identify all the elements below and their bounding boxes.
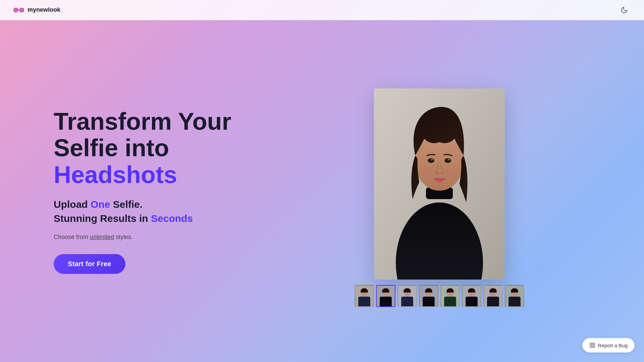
svg-rect-22 xyxy=(401,297,413,306)
report-bug-button[interactable]: Report a Bug xyxy=(582,338,635,353)
svg-rect-34 xyxy=(487,297,499,306)
hero-right xyxy=(262,68,644,314)
svg-rect-19 xyxy=(380,297,392,306)
hero-section: Transform Your Selfie into Headshots Upl… xyxy=(0,0,644,362)
thumbnail-8[interactable] xyxy=(505,285,524,307)
thumbnail-strip xyxy=(355,285,524,307)
svg-rect-31 xyxy=(466,297,478,306)
hero-title: Transform Your Selfie into Headshots xyxy=(54,108,235,188)
thumbnail-6[interactable] xyxy=(462,285,481,307)
svg-point-12 xyxy=(419,166,433,175)
svg-rect-38 xyxy=(590,343,592,345)
hero-left: Transform Your Selfie into Headshots Upl… xyxy=(0,81,262,301)
cta-start-button[interactable]: Start for Free xyxy=(54,254,125,274)
report-bug-label: Report a Bug xyxy=(598,343,628,348)
logo-area: mynewlook xyxy=(13,6,60,13)
hero-description: Choose from unlimited styles. xyxy=(54,234,235,241)
dark-mode-button[interactable] xyxy=(618,4,631,16)
svg-rect-16 xyxy=(358,297,370,306)
svg-rect-28 xyxy=(444,297,456,306)
logo-icon xyxy=(13,7,24,13)
thumbnail-1[interactable] xyxy=(355,285,374,307)
svg-point-9 xyxy=(444,158,451,163)
svg-point-0 xyxy=(14,9,17,11)
hero-subtitle: Upload One Selfie. Stunning Results in S… xyxy=(54,197,235,226)
svg-rect-39 xyxy=(593,343,594,345)
svg-rect-37 xyxy=(508,297,521,306)
moon-icon xyxy=(621,6,628,14)
main-photo-placeholder xyxy=(374,88,505,280)
main-photo xyxy=(374,88,505,280)
svg-rect-25 xyxy=(423,297,435,306)
svg-rect-40 xyxy=(593,346,594,348)
svg-point-11 xyxy=(448,159,450,160)
bug-icon xyxy=(589,342,595,348)
svg-point-10 xyxy=(431,159,433,160)
logo-text: mynewlook xyxy=(28,6,60,13)
thumbnail-5[interactable] xyxy=(440,285,460,307)
navbar: mynewlook xyxy=(0,0,644,20)
thumbnail-7[interactable] xyxy=(483,285,503,307)
svg-point-13 xyxy=(446,166,460,175)
person-svg xyxy=(374,88,505,280)
svg-point-8 xyxy=(428,158,434,163)
thumbnail-3[interactable] xyxy=(397,285,417,307)
svg-rect-41 xyxy=(590,346,592,348)
thumbnail-4[interactable] xyxy=(419,285,438,307)
thumbnail-2[interactable] xyxy=(376,285,395,307)
hero-title-highlight: Headshots xyxy=(54,161,177,188)
svg-point-1 xyxy=(20,9,23,11)
